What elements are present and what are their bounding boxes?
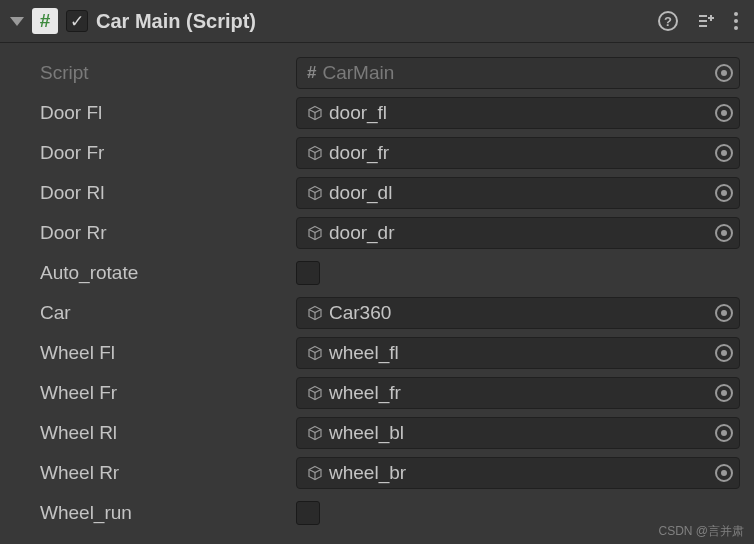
script-value: CarMain [322, 62, 709, 84]
script-hash-icon: # [307, 63, 316, 83]
help-icon[interactable]: ? [658, 11, 678, 31]
property-row: Auto_rotate [40, 253, 740, 293]
object-picker-icon[interactable] [715, 464, 733, 482]
object-field-value: door_fr [329, 142, 709, 164]
property-row: Door Rl door_dl [40, 173, 740, 213]
property-label: Wheel Rr [40, 462, 296, 484]
object-field[interactable]: wheel_fl [296, 337, 740, 369]
property-row: Wheel Rr wheel_br [40, 453, 740, 493]
object-field[interactable]: wheel_fr [296, 377, 740, 409]
script-property-row: Script # CarMain [40, 53, 740, 93]
object-picker-icon[interactable] [715, 144, 733, 162]
script-label: Script [40, 62, 296, 84]
watermark-text: CSDN @言并肃 [658, 523, 744, 540]
gameobject-cube-icon [307, 305, 323, 321]
property-label: Wheel Fl [40, 342, 296, 364]
property-label: Wheel Fr [40, 382, 296, 404]
property-label: Wheel Rl [40, 422, 296, 444]
gameobject-cube-icon [307, 465, 323, 481]
script-object-field: # CarMain [296, 57, 740, 89]
property-label: Door Rr [40, 222, 296, 244]
object-picker-icon[interactable] [715, 304, 733, 322]
component-enabled-checkbox[interactable]: ✓ [66, 10, 88, 32]
object-picker-icon[interactable] [715, 104, 733, 122]
header-actions: ? [658, 11, 744, 31]
property-row: Wheel Fr wheel_fr [40, 373, 740, 413]
object-field[interactable]: door_fl [296, 97, 740, 129]
foldout-toggle-icon[interactable] [10, 17, 24, 26]
component-title: Car Main (Script) [96, 10, 650, 33]
object-picker-icon[interactable] [715, 344, 733, 362]
property-row: Door Rr door_dr [40, 213, 740, 253]
object-field-value: door_dl [329, 182, 709, 204]
object-picker-icon[interactable] [715, 224, 733, 242]
kebab-menu-icon[interactable] [734, 12, 738, 30]
property-label: Auto_rotate [40, 262, 296, 284]
object-field[interactable]: door_dl [296, 177, 740, 209]
property-row: Wheel_run [40, 493, 740, 533]
property-label: Door Rl [40, 182, 296, 204]
object-field[interactable]: door_dr [296, 217, 740, 249]
properties-panel: Script # CarMain Door Fl door_flDoor Fr … [0, 43, 754, 533]
object-field[interactable]: door_fr [296, 137, 740, 169]
property-label: Door Fr [40, 142, 296, 164]
object-field-value: Car360 [329, 302, 709, 324]
object-picker-icon[interactable] [715, 424, 733, 442]
property-checkbox[interactable] [296, 501, 320, 525]
gameobject-cube-icon [307, 145, 323, 161]
object-field-value: wheel_br [329, 462, 709, 484]
property-row: Car Car360 [40, 293, 740, 333]
property-label: Wheel_run [40, 502, 296, 524]
object-field[interactable]: wheel_bl [296, 417, 740, 449]
property-label: Door Fl [40, 102, 296, 124]
object-field-value: wheel_bl [329, 422, 709, 444]
gameobject-cube-icon [307, 105, 323, 121]
property-row: Wheel Rl wheel_bl [40, 413, 740, 453]
property-label: Car [40, 302, 296, 324]
property-row: Door Fl door_fl [40, 93, 740, 133]
gameobject-cube-icon [307, 225, 323, 241]
preset-icon[interactable] [696, 11, 716, 31]
object-field-value: wheel_fl [329, 342, 709, 364]
gameobject-cube-icon [307, 345, 323, 361]
object-field[interactable]: wheel_br [296, 457, 740, 489]
object-picker-icon[interactable] [715, 184, 733, 202]
checkmark-icon: ✓ [70, 13, 84, 30]
object-picker-icon[interactable] [715, 384, 733, 402]
property-row: Wheel Fl wheel_fl [40, 333, 740, 373]
gameobject-cube-icon [307, 185, 323, 201]
object-picker-icon[interactable] [715, 64, 733, 82]
property-row: Door Fr door_fr [40, 133, 740, 173]
object-field-value: door_dr [329, 222, 709, 244]
gameobject-cube-icon [307, 385, 323, 401]
object-field-value: wheel_fr [329, 382, 709, 404]
object-field[interactable]: Car360 [296, 297, 740, 329]
component-header: # ✓ Car Main (Script) ? [0, 0, 754, 43]
gameobject-cube-icon [307, 425, 323, 441]
script-type-icon: # [32, 8, 58, 34]
object-field-value: door_fl [329, 102, 709, 124]
property-checkbox[interactable] [296, 261, 320, 285]
